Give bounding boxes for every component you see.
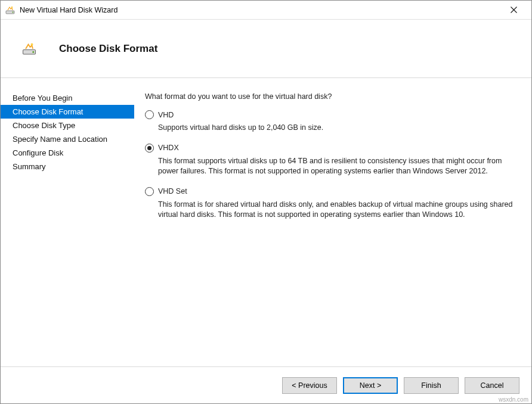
wizard-header: Choose Disk Format xyxy=(1,20,531,78)
next-button[interactable]: Next > xyxy=(343,377,398,394)
sidebar-item-choose-disk-format[interactable]: Choose Disk Format xyxy=(1,105,134,119)
option-label: VHD xyxy=(158,111,174,119)
previous-button[interactable]: < Previous xyxy=(282,377,337,394)
wizard-steps-sidebar: Before You Begin Choose Disk Format Choo… xyxy=(1,78,134,366)
option-vhdx[interactable]: VHDX This format supports virtual disks … xyxy=(145,144,515,176)
wizard-footer: < Previous Next > Finish Cancel xyxy=(1,366,531,403)
option-header: VHDX xyxy=(145,144,515,153)
sidebar-item-before-you-begin[interactable]: Before You Begin xyxy=(1,91,134,105)
close-button[interactable] xyxy=(500,1,527,19)
svg-point-2 xyxy=(11,6,13,8)
option-description: Supports virtual hard disks up to 2,040 … xyxy=(158,123,515,133)
option-label: VHD Set xyxy=(158,187,187,195)
wizard-content: What format do you want to use for the v… xyxy=(134,78,531,366)
titlebar-title: New Virtual Hard Disk Wizard xyxy=(20,6,500,14)
radio-icon[interactable] xyxy=(145,187,154,196)
radio-icon[interactable] xyxy=(145,110,154,119)
svg-point-7 xyxy=(31,43,33,45)
option-header: VHD Set xyxy=(145,187,515,196)
wizard-window: New Virtual Hard Disk Wizard Choose Disk… xyxy=(0,0,532,404)
cancel-button[interactable]: Cancel xyxy=(465,377,519,394)
option-vhd[interactable]: VHD Supports virtual hard disks up to 2,… xyxy=(145,110,515,133)
watermark: wsxdn.com xyxy=(499,396,528,403)
sidebar-item-specify-name-location[interactable]: Specify Name and Location xyxy=(1,132,134,146)
wizard-body: Before You Begin Choose Disk Format Choo… xyxy=(1,78,531,366)
prompt-text: What format do you want to use for the v… xyxy=(145,92,515,101)
titlebar: New Virtual Hard Disk Wizard xyxy=(1,1,531,20)
disk-wizard-icon-large xyxy=(22,42,36,56)
finish-button[interactable]: Finish xyxy=(404,377,459,394)
svg-point-1 xyxy=(13,11,14,13)
sidebar-item-choose-disk-type[interactable]: Choose Disk Type xyxy=(1,119,134,132)
radio-icon-selected[interactable] xyxy=(145,144,154,153)
option-vhd-set[interactable]: VHD Set This format is for shared virtua… xyxy=(145,187,515,220)
page-title: Choose Disk Format xyxy=(59,43,157,55)
sidebar-item-configure-disk[interactable]: Configure Disk xyxy=(1,146,134,160)
sidebar-item-summary[interactable]: Summary xyxy=(1,160,134,173)
option-label: VHDX xyxy=(158,144,179,152)
option-header: VHD xyxy=(145,110,515,119)
option-description: This format is for shared virtual hard d… xyxy=(158,200,515,220)
disk-wizard-icon xyxy=(5,5,15,15)
svg-point-6 xyxy=(32,51,34,52)
option-description: This format supports virtual disks up to… xyxy=(158,156,515,176)
close-icon xyxy=(511,7,517,13)
